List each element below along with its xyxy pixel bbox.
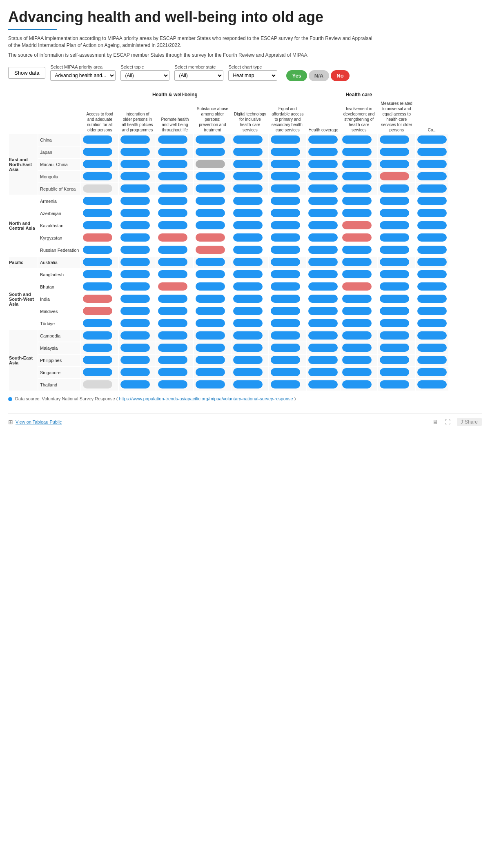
heatmap-cell[interactable] xyxy=(307,355,340,366)
heatmap-cell[interactable] xyxy=(232,257,268,268)
heatmap-cell[interactable] xyxy=(232,208,268,219)
heatmap-cell[interactable] xyxy=(119,293,156,305)
heatmap-cell[interactable] xyxy=(378,293,415,305)
heatmap-cell[interactable] xyxy=(416,232,448,244)
toggle-na-button[interactable]: N/A xyxy=(309,70,329,81)
heatmap-cell[interactable] xyxy=(307,244,340,256)
heatmap-cell[interactable] xyxy=(269,281,306,293)
heatmap-cell[interactable] xyxy=(81,379,118,391)
heatmap-cell[interactable] xyxy=(307,220,340,231)
heatmap-cell[interactable] xyxy=(378,208,415,219)
heatmap-cell[interactable] xyxy=(307,269,340,280)
heatmap-cell[interactable] xyxy=(194,232,231,244)
heatmap-cell[interactable] xyxy=(119,367,156,378)
heatmap-cell[interactable] xyxy=(232,232,268,244)
heatmap-cell[interactable] xyxy=(81,367,118,378)
heatmap-cell[interactable] xyxy=(307,183,340,195)
heatmap-cell[interactable] xyxy=(378,195,415,207)
heatmap-cell[interactable] xyxy=(232,342,268,354)
heatmap-cell[interactable] xyxy=(378,355,415,366)
heatmap-cell[interactable] xyxy=(269,330,306,342)
heatmap-cell[interactable] xyxy=(307,330,340,342)
heatmap-cell[interactable] xyxy=(119,171,156,182)
heatmap-cell[interactable] xyxy=(416,220,448,231)
heatmap-cell[interactable] xyxy=(416,208,448,219)
heatmap-cell[interactable] xyxy=(232,306,268,317)
heatmap-cell[interactable] xyxy=(156,244,193,256)
heatmap-cell[interactable] xyxy=(378,269,415,280)
heatmap-cell[interactable] xyxy=(378,379,415,391)
heatmap-cell[interactable] xyxy=(156,195,193,207)
heatmap-cell[interactable] xyxy=(269,159,306,170)
heatmap-cell[interactable] xyxy=(119,257,156,268)
heatmap-cell[interactable] xyxy=(341,183,377,195)
heatmap-cell[interactable] xyxy=(378,330,415,342)
heatmap-cell[interactable] xyxy=(81,134,118,146)
heatmap-cell[interactable] xyxy=(194,244,231,256)
heatmap-cell[interactable] xyxy=(307,257,340,268)
heatmap-cell[interactable] xyxy=(416,159,448,170)
heatmap-cell[interactable] xyxy=(232,134,268,146)
heatmap-cell[interactable] xyxy=(81,183,118,195)
heatmap-cell[interactable] xyxy=(232,147,268,158)
heatmap-cell[interactable] xyxy=(269,318,306,329)
heatmap-cell[interactable] xyxy=(232,318,268,329)
heatmap-cell[interactable] xyxy=(156,330,193,342)
heatmap-cell[interactable] xyxy=(156,269,193,280)
heatmap-cell[interactable] xyxy=(378,244,415,256)
heatmap-cell[interactable] xyxy=(416,367,448,378)
priority-area-select[interactable]: Advancing health and... xyxy=(50,70,116,81)
heatmap-cell[interactable] xyxy=(194,134,231,146)
heatmap-cell[interactable] xyxy=(194,269,231,280)
heatmap-cell[interactable] xyxy=(269,367,306,378)
heatmap-cell[interactable] xyxy=(416,183,448,195)
heatmap-cell[interactable] xyxy=(119,269,156,280)
heatmap-cell[interactable] xyxy=(156,342,193,354)
heatmap-cell[interactable] xyxy=(232,220,268,231)
heatmap-cell[interactable] xyxy=(119,306,156,317)
heatmap-cell[interactable] xyxy=(119,183,156,195)
heatmap-cell[interactable] xyxy=(81,318,118,329)
heatmap-cell[interactable] xyxy=(156,281,193,293)
heatmap-cell[interactable] xyxy=(378,159,415,170)
heatmap-cell[interactable] xyxy=(119,220,156,231)
heatmap-cell[interactable] xyxy=(416,281,448,293)
heatmap-cell[interactable] xyxy=(232,330,268,342)
heatmap-cell[interactable] xyxy=(341,134,377,146)
share-button[interactable]: ⤴ Share xyxy=(457,418,482,426)
heatmap-cell[interactable] xyxy=(341,159,377,170)
heatmap-cell[interactable] xyxy=(156,232,193,244)
heatmap-cell[interactable] xyxy=(232,195,268,207)
heatmap-cell[interactable] xyxy=(416,355,448,366)
expand-icon[interactable]: ⛶ xyxy=(445,419,450,425)
heatmap-cell[interactable] xyxy=(269,134,306,146)
heatmap-cell[interactable] xyxy=(378,232,415,244)
heatmap-cell[interactable] xyxy=(194,147,231,158)
heatmap-cell[interactable] xyxy=(341,281,377,293)
heatmap-cell[interactable] xyxy=(416,244,448,256)
heatmap-cell[interactable] xyxy=(378,134,415,146)
heatmap-cell[interactable] xyxy=(156,183,193,195)
heatmap-cell[interactable] xyxy=(194,293,231,305)
heatmap-cell[interactable] xyxy=(269,208,306,219)
heatmap-cell[interactable] xyxy=(156,355,193,366)
heatmap-cell[interactable] xyxy=(341,208,377,219)
heatmap-cell[interactable] xyxy=(269,183,306,195)
member-state-select[interactable]: (All) xyxy=(174,70,223,81)
heatmap-cell[interactable] xyxy=(341,330,377,342)
toggle-no-button[interactable]: No xyxy=(331,70,349,81)
heatmap-cell[interactable] xyxy=(119,281,156,293)
data-source-link[interactable]: https://www.population-trends-asiapacifi… xyxy=(119,396,293,401)
heatmap-cell[interactable] xyxy=(416,342,448,354)
heatmap-cell[interactable] xyxy=(416,269,448,280)
topic-select[interactable]: (All) xyxy=(120,70,169,81)
heatmap-cell[interactable] xyxy=(341,195,377,207)
heatmap-cell[interactable] xyxy=(269,257,306,268)
heatmap-cell[interactable] xyxy=(307,318,340,329)
heatmap-cell[interactable] xyxy=(269,293,306,305)
heatmap-cell[interactable] xyxy=(81,330,118,342)
heatmap-cell[interactable] xyxy=(269,220,306,231)
heatmap-cell[interactable] xyxy=(156,257,193,268)
heatmap-cell[interactable] xyxy=(341,232,377,244)
heatmap-cell[interactable] xyxy=(307,367,340,378)
